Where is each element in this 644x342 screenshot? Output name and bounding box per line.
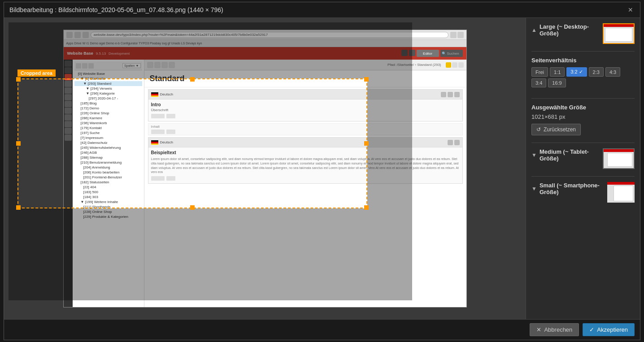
crop-container: website-base.dev/typo3/index.php?route=%… xyxy=(9,22,521,315)
cb1-icon-del xyxy=(454,92,460,97)
large-thumbnail xyxy=(603,23,635,44)
tree-tb-2 xyxy=(82,63,87,69)
menu-btn xyxy=(457,32,464,38)
aspect-buttons: Frei 1:1 3:2 ✓ 2:3 4:3 3:4 16:9 xyxy=(531,67,635,87)
modal-body: website-base.dev/typo3/index.php?route=%… xyxy=(4,18,640,319)
cancel-button[interactable]: ✕ Abbrechen xyxy=(530,323,579,336)
accept-label: Akzeptieren xyxy=(597,326,628,333)
crop-handle-bl[interactable] xyxy=(16,205,21,210)
image-area[interactable]: website-base.dev/typo3/index.php?route=%… xyxy=(4,18,526,319)
browser-bar: website-base.dev/typo3/index.php?route=%… xyxy=(64,30,466,40)
modal: Bildbearbeitung : Bildschirmfoto_2020-05… xyxy=(4,2,640,340)
aspect-btn-2-3[interactable]: 2:3 xyxy=(589,67,604,77)
right-panel: ▲ Large (~ Desktop-Größe) Seitenverhältn… xyxy=(526,18,640,319)
sidebar-icon-2 xyxy=(65,67,72,74)
large-section: ▲ Large (~ Desktop-Größe) xyxy=(531,23,635,44)
modal-header: Bildbearbeitung : Bildschirmfoto_2020-05… xyxy=(4,2,640,18)
large-toggle-icon: ▲ xyxy=(531,27,537,33)
medium-toggle-icon: ▼ xyxy=(531,152,537,158)
cb1-icon-hide xyxy=(448,92,453,97)
search-bar: 🔍 Suchen xyxy=(440,50,463,57)
edit-toolbar: Pfad: /Startseite/ › Standard (293) xyxy=(144,60,466,70)
crop-box[interactable]: Cropped area xyxy=(17,78,367,208)
crop-handle-mb[interactable] xyxy=(190,205,195,210)
small-section: ▼ Small (~ Smartphone-Größe) xyxy=(531,176,635,203)
crop-handle-ml[interactable] xyxy=(16,141,21,146)
medium-title: Medium (~ Tablet-Größe) xyxy=(540,148,603,162)
cancel-icon: ✕ xyxy=(536,326,541,333)
selected-size-value: 1021×681 px xyxy=(531,113,635,120)
aspect-btn-3-4[interactable]: 3:4 xyxy=(531,78,546,87)
accept-button[interactable]: ✓ Akzeptieren xyxy=(583,323,635,336)
small-header: ▼ Small (~ Smartphone-Größe) xyxy=(531,182,607,195)
small-title: Small (~ Smartphone-Größe) xyxy=(540,182,607,195)
back-btn xyxy=(66,32,73,38)
small-section-info: ▼ Small (~ Smartphone-Größe) xyxy=(531,182,607,199)
modal-title: Bildbearbeitung : Bildschirmfoto_2020-05… xyxy=(9,6,223,13)
cb3-icon-hide xyxy=(454,140,460,145)
typo3-icon-2 xyxy=(409,50,415,56)
small-thumbnail xyxy=(607,182,635,203)
edit-tb-icon-2 xyxy=(154,62,161,68)
bookmark-star xyxy=(450,32,457,38)
cb3-icons xyxy=(448,140,460,145)
aspect-btn-16-9[interactable]: 16:9 xyxy=(548,78,566,87)
large-header: ▲ Large (~ Desktop-Größe) xyxy=(531,23,603,37)
crop-handle-tl[interactable] xyxy=(16,77,21,82)
bookmarks-bar: Apps Drive W r1 Demo agal Demo e-b Confi… xyxy=(64,40,466,47)
typo3-icon-1 xyxy=(401,50,408,56)
star-icon xyxy=(452,62,457,68)
medium-section: ▼ Medium (~ Tablet-Größe) xyxy=(531,143,635,169)
modal-footer: ✕ Abbrechen ✓ Akzeptieren xyxy=(4,319,640,340)
medium-thumbnail xyxy=(603,148,635,169)
cb3-icon-edit xyxy=(448,140,453,145)
modal-overlay: Bildbearbeitung : Bildschirmfoto_2020-05… xyxy=(0,0,644,342)
tree-toolbar: Spalten ▼ xyxy=(74,61,142,70)
typo3-header: Website Base 9.5.13 Development Editor 🔍 xyxy=(64,47,466,60)
info-icon xyxy=(458,62,464,68)
large-section-info: ▲ Large (~ Desktop-Größe) xyxy=(531,23,603,40)
crop-label: Cropped area xyxy=(17,69,56,77)
large-title: Large (~ Desktop-Größe) xyxy=(540,23,603,37)
url-bar: website-base.dev/typo3/index.php?route=%… xyxy=(91,32,448,38)
medium-section-info: ▼ Medium (~ Tablet-Größe) xyxy=(531,148,603,165)
editor-btn: Editor xyxy=(417,50,439,57)
reset-button[interactable]: ↺ Zurücksetzen xyxy=(531,124,581,135)
typo3-version: 9.5.13 xyxy=(96,52,106,56)
small-toggle-icon: ▼ xyxy=(531,186,537,192)
typo3-env: Development xyxy=(109,52,130,56)
tree-item-229: [229] Produkte & Kategorien xyxy=(74,214,142,219)
aspect-ratio-section: Seitenverhältnis Frei 1:1 3:2 ✓ 2:3 4:3 … xyxy=(531,51,635,91)
crop-handle-mr[interactable] xyxy=(364,141,369,146)
reset-label: Zurücksetzen xyxy=(544,126,576,133)
refresh-btn xyxy=(83,32,89,38)
edit-tb-icon-4 xyxy=(169,62,175,68)
forward-btn xyxy=(74,32,81,38)
aspect-btn-1-1[interactable]: 1:1 xyxy=(550,67,565,77)
tree-item-228: [228] Online Shop xyxy=(74,209,142,214)
modal-close-button[interactable]: × xyxy=(626,6,635,14)
edit-tb-icon-1 xyxy=(147,62,153,68)
tree-tb-1 xyxy=(76,63,81,69)
large-section-row: ▲ Large (~ Desktop-Größe) xyxy=(531,23,635,44)
crop-handle-mt[interactable] xyxy=(190,77,195,82)
crop-handle-tr[interactable] xyxy=(364,77,369,82)
aspect-title: Seitenverhältnis xyxy=(531,57,635,64)
aspect-btn-free[interactable]: Frei xyxy=(531,67,548,77)
selected-size-title: Ausgewählte Größe xyxy=(531,104,635,111)
accept-icon: ✓ xyxy=(589,326,594,333)
medium-section-row: ▼ Medium (~ Tablet-Größe) xyxy=(531,148,635,169)
typo3-logo: Website Base xyxy=(67,51,93,56)
cb1-icon-edit xyxy=(441,92,446,97)
aspect-btn-3-2[interactable]: 3:2 ✓ xyxy=(566,67,587,77)
edit-tb-icon-3 xyxy=(161,62,168,68)
sidebar-icon-1 xyxy=(65,61,72,67)
tree-tb-3 xyxy=(88,63,94,69)
crop-handle-br[interactable] xyxy=(364,205,369,210)
medium-header: ▼ Medium (~ Tablet-Größe) xyxy=(531,148,603,162)
lightning-icon xyxy=(446,62,451,68)
breadcrumb: Pfad: /Startseite/ › Standard (293) xyxy=(387,63,441,67)
spalten-dropdown: Spalten ▼ xyxy=(122,63,141,68)
tree-item-root: [0] Website Base xyxy=(74,71,142,76)
aspect-btn-4-3[interactable]: 4:3 xyxy=(605,67,620,77)
